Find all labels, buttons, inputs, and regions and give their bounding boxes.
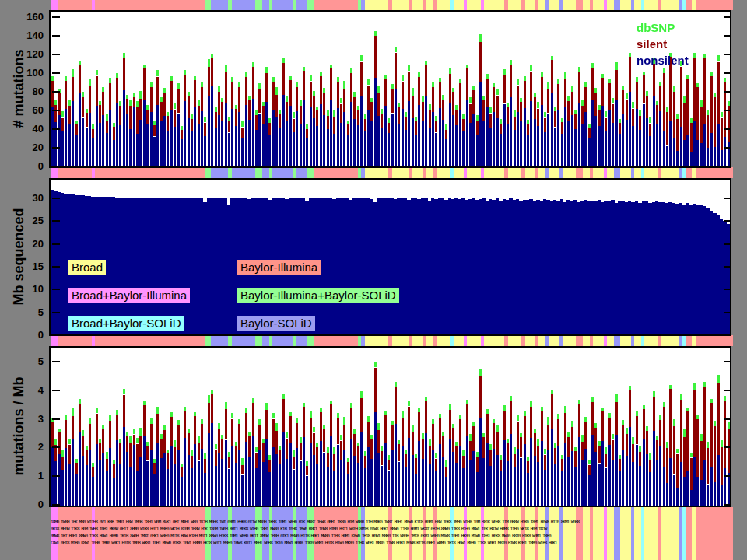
sample-group-segment-lavender: [211, 0, 228, 10]
y-tick-mark: [52, 54, 60, 55]
y-tick-mark: [52, 446, 60, 448]
sample-group-segment-yellow: [484, 167, 504, 178]
y-tick-mark: [724, 91, 731, 93]
y-tick-label: 0: [0, 329, 44, 341]
y-tick-mark: [52, 390, 60, 391]
sample-group-segment-yellow: [672, 0, 679, 10]
y-tick-mark: [52, 504, 60, 506]
sample-group-segment-yellow: [620, 0, 630, 10]
sample-labels-row: 0B18 MH0W T1K8 B0M 1WH8 T0B1 MK8W 0H1T 8…: [51, 526, 734, 532]
sample-group-segment-yellow: [583, 335, 590, 346]
legend-dbsnp-label: dbSNP: [637, 19, 689, 36]
y-tick-mark: [724, 110, 731, 111]
sample-group-segment-lavender: [232, 0, 256, 10]
legend-box-baylor-illumina-solid: Baylor-Illumina+Baylor-SOLiD: [237, 288, 399, 303]
y-tick-mark: [724, 475, 731, 477]
sample-group-segment-salmon: [95, 0, 204, 10]
sample-group-segment-yellow: [454, 0, 464, 10]
mutation-rate-bar-canvas: [51, 348, 730, 506]
y-tick-label: 60: [0, 104, 44, 117]
sample-group-segment-green: [307, 0, 314, 10]
y-tick-label: 2: [0, 441, 44, 453]
y-tick-mark: [724, 390, 731, 391]
y-tick-mark: [52, 110, 60, 111]
y-tick-mark: [724, 198, 731, 199]
sample-labels-row: 0MW8 1KT B0H1 8MW0 T1K8 B0W1 H8M0 TK1B 8…: [51, 533, 734, 539]
y-tick-mark: [724, 289, 731, 290]
sample-group-band-top: [51, 0, 734, 10]
sample-group-segment-yellow: [538, 335, 545, 346]
y-tick-mark: [52, 361, 60, 362]
sample-group-segment-yellow: [563, 335, 577, 346]
sample-group-segment-yellow: [634, 0, 641, 10]
y-tick-mark: [52, 198, 60, 199]
sample-group-segment-lavender: [296, 335, 307, 346]
sample-group-segment-yellow: [426, 0, 433, 10]
sample-group-segment-yellow: [583, 167, 590, 178]
sample-group-segment-salmon: [686, 167, 693, 178]
sample-group-segment-yellow: [644, 335, 658, 346]
y-tick-label: 80: [0, 86, 44, 98]
y-tick-label: 0: [0, 160, 44, 173]
sample-group-segment-yellow: [508, 167, 522, 178]
y-tick-label: 1: [0, 470, 44, 482]
sample-group-segment-yellow: [467, 167, 481, 178]
y-tick-mark: [724, 334, 731, 336]
y-tick-mark: [52, 35, 60, 37]
sample-group-segment-yellow: [365, 335, 389, 346]
sample-group-segment-lavender: [262, 0, 269, 10]
sample-group-segment-yellow: [672, 335, 679, 346]
sample-group-segment-lavender: [614, 335, 621, 346]
sample-group-segment-yellow: [437, 335, 451, 346]
sample-group-segment-salmon: [576, 167, 583, 178]
sample-group-segment-yellow: [549, 0, 559, 10]
y-tick-mark: [52, 147, 60, 149]
sample-group-segment-magenta: [51, 167, 58, 178]
y-tick-mark: [724, 243, 731, 245]
sample-group-segment-yellow: [525, 0, 535, 10]
sample-group-segment-yellow: [620, 335, 630, 346]
panel-mutations-per-mb: [49, 346, 731, 507]
y-tick-mark: [52, 475, 60, 477]
sample-group-segment-yellow: [412, 335, 423, 346]
y-tick-mark: [52, 128, 60, 130]
sample-group-segment-green: [255, 335, 262, 346]
sample-labels-row: 18M0 TW8H 1BK M80 W1TH8 0V1 K8B TM01 H8W…: [51, 519, 734, 525]
y-tick-mark: [724, 266, 731, 268]
sample-group-segment-yellow: [467, 335, 481, 346]
sample-group-segment-yellow: [634, 335, 641, 346]
sample-group-segment-yellow: [620, 167, 630, 178]
y-tick-label: 160: [0, 11, 44, 23]
sample-group-segment-lavender: [232, 335, 256, 346]
sample-group-segment-green: [205, 335, 212, 346]
sample-group-segment-lavender: [262, 335, 269, 346]
y-tick-label: 10: [0, 283, 44, 296]
figure-root: # mutations Mb sequenced mutations / Mb …: [0, 0, 747, 560]
sample-group-segment-salmon: [696, 335, 733, 346]
sample-group-segment-yellow: [484, 0, 504, 10]
sample-group-segment-green: [307, 167, 314, 178]
legend-box-broad-baylor-illumina: Broad+Baylor-Illumina: [68, 288, 190, 303]
y-tick-label: 20: [0, 142, 44, 154]
sample-group-segment-salmon: [95, 167, 204, 178]
sample-group-segment-yellow: [549, 335, 559, 346]
y-tick-mark: [724, 504, 731, 506]
y-tick-mark: [724, 16, 731, 18]
y-tick-mark: [724, 312, 731, 313]
sample-group-segment-green: [307, 335, 314, 346]
y-tick-label: 30: [0, 192, 44, 205]
y-tick-label: 140: [0, 30, 44, 42]
sample-group-segment-yellow: [538, 0, 545, 10]
legend-nonsilent-label: nonsilent: [637, 52, 689, 68]
y-tick-mark: [52, 72, 60, 74]
sample-group-segment-salmon: [58, 0, 92, 10]
sample-group-segment-yellow: [607, 335, 614, 346]
sample-group-segment-yellow: [437, 167, 451, 178]
sample-group-segment-salmon: [686, 0, 693, 10]
sample-group-segment-salmon: [576, 335, 583, 346]
sample-group-segment-salmon: [696, 167, 733, 178]
y-tick-mark: [52, 243, 60, 245]
sample-group-segment-yellow: [412, 0, 423, 10]
y-tick-label: 15: [0, 261, 44, 273]
y-tick-mark: [724, 128, 731, 130]
